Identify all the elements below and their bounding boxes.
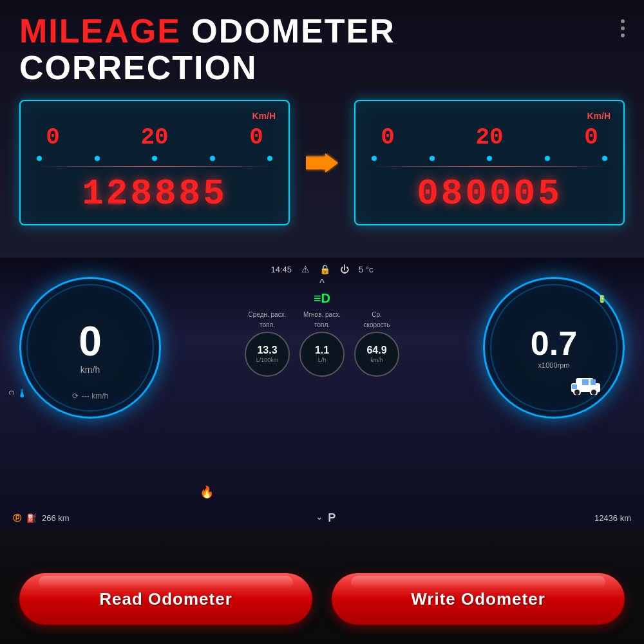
write-odometer-button[interactable]: Write Odometer xyxy=(332,573,625,625)
speed-value: 0 xyxy=(79,321,102,362)
stat-avg-fuel-label2: топл. xyxy=(260,321,275,328)
trip-odometer: 12436 km xyxy=(594,513,631,523)
title-mileage: MILEAGE xyxy=(19,12,181,50)
stat-avg-speed-unit: km/h xyxy=(370,357,383,363)
before-dot-1 xyxy=(95,156,100,161)
temp-indicator-left: 🌡 C xyxy=(8,387,28,399)
arrow-container xyxy=(303,153,341,173)
svg-point-3 xyxy=(574,389,580,395)
stat-avg-fuel: Средн. расх. топл. 13.3 L/100km xyxy=(245,311,290,377)
trip-odo-value: 12436 km xyxy=(594,513,631,523)
title-odometer: ODOMETER xyxy=(191,12,395,50)
svg-rect-6 xyxy=(582,379,589,385)
bottom-left-info: ⓟ ⛽ 266 km xyxy=(13,513,70,524)
chevron-up-icon: ^ xyxy=(319,278,325,289)
buttons-section: Read Odometer Write Odometer xyxy=(19,573,625,625)
fuel-icon: ⛽ xyxy=(26,513,37,523)
stat-avg-fuel-unit: L/100km xyxy=(256,357,279,363)
svg-rect-7 xyxy=(591,379,596,385)
after-dots-row xyxy=(368,156,611,161)
warning-icon: ⚠ xyxy=(301,264,310,274)
after-odometer-value: 080005 xyxy=(368,173,611,214)
before-speed-1: 20 xyxy=(135,124,174,151)
stat-instant-fuel-value: 1.1 xyxy=(315,345,329,355)
before-dot-2 xyxy=(152,156,157,161)
title-line1: MILEAGE ODOMETER xyxy=(19,13,395,50)
stat-instant-fuel-circle: 1.1 L/h xyxy=(299,332,345,377)
rpm-value: 0.7 xyxy=(531,327,577,360)
stat-avg-fuel-circle: 13.3 L/100km xyxy=(245,332,290,377)
read-odometer-button[interactable]: Read Odometer xyxy=(19,573,312,625)
gauge-bottom-info: ⟳ --- km/h xyxy=(72,392,108,401)
menu-dots[interactable] xyxy=(621,13,625,37)
after-speed-row: 0 20 0 xyxy=(368,124,611,151)
stat-avg-speed-circle: 64.9 km/h xyxy=(354,332,399,377)
stat-instant-fuel-label2: топл. xyxy=(314,321,330,328)
before-speed-2: 0 xyxy=(237,124,276,151)
time-display: 14:45 xyxy=(270,265,292,274)
parking-symbol: ⓟ xyxy=(13,513,21,524)
after-kmh-label: Km/H xyxy=(587,111,611,121)
svg-marker-0 xyxy=(306,153,338,173)
title-block: MILEAGE ODOMETER CORRECTION xyxy=(19,13,395,86)
after-dot-0 xyxy=(372,156,377,161)
car-icon xyxy=(568,374,603,395)
stat-avg-speed-label1: Ср. xyxy=(372,311,382,318)
after-dot-1 xyxy=(430,156,435,161)
power-icon: ⏻ xyxy=(340,264,349,274)
stats-section: Средн. расх. топл. 13.3 L/100km Мгнов. р… xyxy=(245,311,399,377)
svg-point-4 xyxy=(591,389,597,395)
dashboard-bg: 🌡 C 0 km/h ⟳ --- km/h 14:45 ⚠ 🔒 ⏻ 5 °c ^… xyxy=(0,258,644,528)
before-panel: Km/H 0 20 0 128885 xyxy=(19,100,290,225)
stat-avg-fuel-label1: Средн. расх. xyxy=(249,311,287,318)
stat-avg-fuel-value: 13.3 xyxy=(257,345,277,355)
trip-value: --- km/h xyxy=(82,392,108,401)
center-info: 14:45 ⚠ 🔒 ⏻ 5 °c ^ ≡D Средн. расх. топл.… xyxy=(174,258,470,528)
bottom-status-bar: ⓟ ⛽ 266 km P 12436 km xyxy=(13,511,631,525)
flame-warning-icon: 🔥 xyxy=(200,485,214,499)
after-dot-2 xyxy=(487,156,492,161)
after-panel: Km/H 0 20 0 080005 xyxy=(354,100,625,225)
car-icon-area xyxy=(568,374,603,397)
header: MILEAGE ODOMETER CORRECTION xyxy=(19,13,625,86)
after-kmh-row: Km/H xyxy=(368,111,611,121)
battery-icon-area: 🔋 xyxy=(598,295,607,303)
stat-avg-speed-label2: скорость xyxy=(364,321,390,328)
arrow-icon xyxy=(306,153,338,173)
svg-rect-5 xyxy=(572,384,577,389)
temperature-value: 5 °c xyxy=(359,265,374,274)
stat-instant-fuel: Мгнов. расх. топл. 1.1 L/h xyxy=(299,311,345,377)
before-odometer-value: 128885 xyxy=(33,173,276,214)
before-speed-0: 0 xyxy=(33,124,72,151)
panels-section: Km/H 0 20 0 128885 xyxy=(19,100,625,225)
trip-icon: ⟳ xyxy=(72,392,79,401)
menu-dot-1 xyxy=(621,19,625,23)
before-kmh-label: Km/H xyxy=(252,111,276,121)
after-speed-2: 0 xyxy=(572,124,611,151)
top-status-row: 14:45 ⚠ 🔒 ⏻ 5 °c xyxy=(270,264,373,274)
before-divider xyxy=(33,166,276,167)
after-speed-0: 0 xyxy=(368,124,407,151)
gear-position: P xyxy=(328,511,336,525)
menu-dot-3 xyxy=(621,33,625,37)
before-dot-4 xyxy=(267,156,272,161)
before-kmh-row: Km/H xyxy=(33,111,276,121)
lock-icon: 🔒 xyxy=(319,264,330,274)
stat-avg-speed: Ср. скорость 64.9 km/h xyxy=(354,311,399,377)
stat-avg-speed-value: 64.9 xyxy=(366,345,386,355)
after-dot-3 xyxy=(545,156,550,161)
gear-d-indicator: ≡D xyxy=(314,291,330,306)
stat-instant-fuel-label1: Мгнов. расх. xyxy=(303,311,341,318)
stat-instant-fuel-unit: L/h xyxy=(318,357,327,363)
after-divider xyxy=(368,166,611,167)
tachometer-gauge: 0.7 x1000rpm 🔋 xyxy=(483,277,625,419)
before-dots-row xyxy=(33,156,276,161)
speedometer-gauge: 0 km/h ⟳ --- km/h xyxy=(19,277,161,419)
speed-unit: km/h xyxy=(80,365,100,375)
rpm-unit: x1000rpm xyxy=(538,361,570,369)
before-dot-3 xyxy=(210,156,215,161)
menu-dot-2 xyxy=(621,26,625,30)
before-dot-0 xyxy=(37,156,42,161)
after-dot-4 xyxy=(602,156,607,161)
before-speed-row: 0 20 0 xyxy=(33,124,276,151)
